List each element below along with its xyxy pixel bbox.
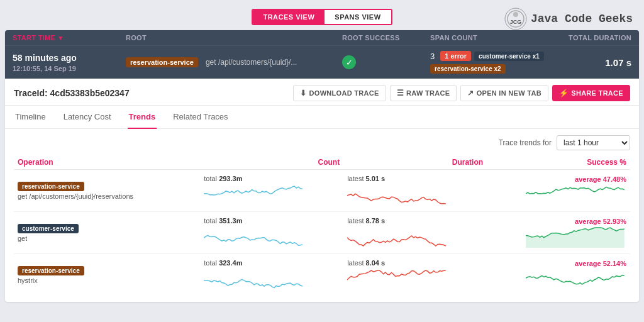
action-buttons: ⬇ DOWNLOAD TRACE ☰ RAW TRACE ↗ OPEN IN N… bbox=[293, 85, 630, 101]
share-icon: ⚡ bbox=[559, 89, 569, 97]
count-value: total 293.3m bbox=[204, 175, 340, 182]
span-count: 3 bbox=[430, 52, 435, 61]
op-service-badge: reservation-service bbox=[18, 182, 84, 191]
table-row[interactable]: reservation-service hystrix total 323.4m… bbox=[14, 254, 630, 296]
duration-cell: latest 8.78 s bbox=[343, 212, 487, 254]
download-trace-button[interactable]: ⬇ DOWNLOAD TRACE bbox=[293, 85, 386, 101]
table-row[interactable]: reservation-service get /api/customers/{… bbox=[14, 170, 630, 212]
raw-trace-button[interactable]: ☰ RAW TRACE bbox=[390, 85, 457, 101]
trace-root: reservation-service get /api/customers/{… bbox=[126, 57, 342, 67]
svg-text:JCG: JCG bbox=[510, 19, 522, 25]
count-cell: total 293.3m bbox=[200, 170, 343, 212]
col-header-success: Success % bbox=[487, 155, 630, 170]
spans-view-button[interactable]: SPANS VIEW bbox=[325, 10, 391, 24]
time-sub: 12:10:55, 14 Sep 19 bbox=[13, 65, 76, 72]
duration-sparkline bbox=[347, 184, 448, 206]
success-sparkline bbox=[526, 225, 626, 248]
success-cell: average 52.93% bbox=[487, 212, 630, 254]
op-cell: reservation-service get /api/customers/{… bbox=[14, 170, 200, 212]
col-root: Root bbox=[126, 34, 342, 42]
op-label: hystrix bbox=[18, 277, 196, 284]
op-cell: customer-service get bbox=[14, 212, 200, 254]
success-sparkline bbox=[526, 267, 626, 290]
trace-header: Start Time ▼ Root Root Success Span Coun… bbox=[5, 30, 639, 79]
trace-id: TraceId: 4cd53383b5e02347 bbox=[14, 88, 130, 98]
tab-trends[interactable]: Trends bbox=[128, 106, 157, 129]
count-cell: total 323.4m bbox=[200, 254, 343, 296]
op-label: get /api/customers/{uuid}/reservations bbox=[18, 192, 196, 200]
count-sparkline bbox=[204, 268, 304, 291]
external-link-icon: ↗ bbox=[467, 89, 474, 97]
trace-span: 3 1 error customer-service x1 reservatio… bbox=[430, 51, 556, 74]
open-new-tab-button[interactable]: ↗ OPEN IN NEW TAB bbox=[460, 85, 548, 101]
error-badge: 1 error bbox=[440, 51, 471, 61]
trace-duration: 1.07 s bbox=[556, 57, 631, 68]
trends-section: Trace trends for last 1 hour last 6 hour… bbox=[5, 129, 639, 302]
tab-timeline[interactable]: Timeline bbox=[14, 106, 47, 129]
success-cell: average 52.14% bbox=[487, 254, 630, 296]
op-service-badge: reservation-service bbox=[18, 266, 84, 275]
duration-value: latest 8.78 s bbox=[347, 217, 483, 225]
count-sparkline bbox=[204, 226, 304, 248]
success-icon: ✓ bbox=[342, 55, 356, 69]
success-cell: average 47.48% bbox=[487, 170, 630, 212]
count-value: total 323.4m bbox=[204, 259, 340, 267]
sort-icon: ▼ bbox=[57, 35, 64, 42]
svg-point-2 bbox=[513, 12, 518, 17]
op-cell: reservation-service hystrix bbox=[14, 254, 200, 296]
success-pct: average 47.48% bbox=[575, 175, 626, 183]
logo: JCG Java Code Geeks bbox=[504, 8, 633, 30]
success-sparkline bbox=[526, 183, 626, 206]
file-icon: ☰ bbox=[397, 89, 404, 97]
traces-view-button[interactable]: TRACES VIEW bbox=[253, 10, 325, 24]
route-text: get /api/customers/{uuid}/... bbox=[206, 58, 297, 67]
trace-time: 58 minutes ago 12:10:55, 14 Sep 19 bbox=[13, 53, 126, 72]
main-card: Start Time ▼ Root Root Success Span Coun… bbox=[5, 30, 639, 302]
tabs: Timeline Latency Cost Trends Related Tra… bbox=[5, 106, 639, 129]
trace-row[interactable]: 58 minutes ago 12:10:55, 14 Sep 19 reser… bbox=[5, 46, 639, 79]
customer-service-badge: customer-service x1 bbox=[474, 52, 544, 61]
col-header-duration: Duration bbox=[343, 155, 487, 170]
col-header-operation: Operation bbox=[14, 155, 200, 170]
download-icon: ⬇ bbox=[300, 89, 306, 97]
service-badge: reservation-service bbox=[126, 57, 198, 67]
duration-sparkline bbox=[347, 226, 448, 248]
table-row[interactable]: customer-service get total 351.3m latest… bbox=[14, 212, 630, 254]
success-pct: average 52.93% bbox=[575, 218, 626, 225]
logo-icon: JCG bbox=[504, 8, 527, 30]
duration-cell: latest 5.01 s bbox=[343, 170, 487, 212]
duration-val: 1.07 s bbox=[605, 57, 631, 68]
count-cell: total 351.3m bbox=[200, 212, 343, 254]
trace-detail: TraceId: 4cd53383b5e02347 ⬇ DOWNLOAD TRA… bbox=[5, 79, 639, 106]
trends-filter: Trace trends for last 1 hour last 6 hour… bbox=[14, 135, 630, 150]
duration-sparkline bbox=[347, 268, 448, 291]
success-pct: average 52.14% bbox=[575, 260, 626, 267]
count-sparkline bbox=[204, 184, 304, 206]
share-trace-button[interactable]: ⚡ SHARE TRACE bbox=[552, 85, 630, 101]
trace-success: ✓ bbox=[342, 55, 430, 69]
duration-value: latest 5.01 s bbox=[347, 175, 483, 182]
col-headers: Start Time ▼ Root Root Success Span Coun… bbox=[5, 30, 639, 46]
op-label: get bbox=[18, 235, 196, 242]
col-span-count: Span Count bbox=[430, 34, 556, 42]
trends-filter-label: Trace trends for bbox=[499, 138, 552, 147]
top-bar: TRACES VIEW SPANS VIEW JCG Java Code Gee… bbox=[5, 5, 639, 30]
view-toggle: TRACES VIEW SPANS VIEW bbox=[252, 9, 392, 25]
count-value: total 351.3m bbox=[204, 217, 340, 225]
col-total-duration: Total Duration bbox=[556, 34, 631, 42]
logo-text: Java Code Geeks bbox=[531, 13, 633, 25]
duration-value: latest 8.04 s bbox=[347, 259, 483, 267]
ops-table: Operation Count Duration Success % reser… bbox=[14, 155, 630, 296]
op-service-badge: customer-service bbox=[18, 224, 79, 233]
duration-cell: latest 8.04 s bbox=[343, 254, 487, 296]
tab-latency-cost[interactable]: Latency Cost bbox=[62, 106, 113, 129]
tab-related-traces[interactable]: Related Traces bbox=[172, 106, 229, 129]
time-main: 58 minutes ago bbox=[13, 53, 77, 63]
reservation-service-badge: reservation-service x2 bbox=[430, 64, 506, 74]
trends-filter-select[interactable]: last 1 hour last 6 hours last 24 hours bbox=[557, 135, 630, 150]
col-root-success: Root Success bbox=[342, 34, 430, 42]
col-start-time: Start Time ▼ bbox=[13, 34, 126, 42]
col-header-count: Count bbox=[200, 155, 343, 170]
